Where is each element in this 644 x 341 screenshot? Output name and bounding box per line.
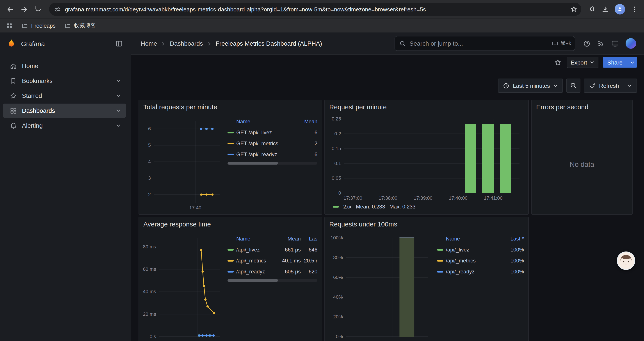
rss-icon [597, 40, 604, 47]
sidebar-item-bookmarks[interactable]: Bookmarks [3, 74, 126, 88]
downloads-button[interactable] [602, 6, 609, 13]
legend-table: Name Mean GET /api/_livez 6 GET /api/_me… [223, 115, 318, 212]
refresh-icon [589, 82, 596, 89]
series-name: 2xx [343, 204, 351, 210]
sidebar-item-starred[interactable]: Starred [3, 89, 126, 103]
chevron-down-icon[interactable] [116, 123, 121, 128]
chart-average-response-time[interactable]: 0 s20 ms40 ms60 ms80 ms17:40 [143, 232, 223, 341]
share-split-button: Share [603, 57, 637, 68]
legend-col-mean[interactable]: Mean [298, 119, 318, 125]
legend-col-mean[interactable]: Mean [278, 236, 301, 242]
panel-body: 0 s20 ms40 ms60 ms80 ms17:40 Name Mean L… [139, 232, 322, 341]
browser-menu-button[interactable] [631, 6, 638, 13]
assistant-avatar[interactable] [617, 251, 635, 270]
legend-scrollbar[interactable] [228, 279, 318, 282]
chevron-down-icon [554, 83, 558, 88]
search-input[interactable]: Search or jump to... ⌘+k [394, 36, 575, 51]
bookmarks-bar: Freeleaps 收藏博客 [0, 19, 644, 33]
reload-button[interactable] [32, 3, 45, 16]
url-bar[interactable]: grafana.mathmast.com/d/deytv4rwavabkb/fr… [49, 3, 581, 16]
svg-text:3: 3 [148, 175, 151, 181]
svg-text:17:37:00: 17:37:00 [344, 195, 362, 201]
arrow-right-icon [20, 6, 28, 13]
home-icon [10, 62, 17, 70]
brand-row: Grafana [0, 33, 131, 55]
share-menu-button[interactable] [627, 57, 637, 68]
svg-text:0.15: 0.15 [332, 146, 341, 151]
scrollbar-thumb[interactable] [228, 162, 278, 165]
bookmark-star-button[interactable] [569, 5, 579, 14]
legend-col-last[interactable]: Las [303, 236, 318, 242]
bookmark-folder-blogs[interactable]: 收藏博客 [64, 22, 96, 30]
legend-row[interactable]: GET /api/_readyz 6 [228, 149, 318, 160]
breadcrumb-home[interactable]: Home [141, 40, 157, 47]
share-button[interactable]: Share [603, 57, 627, 68]
panel-average-response-time: Average response time 0 s20 ms40 ms60 ms… [138, 217, 322, 341]
divider [623, 80, 624, 92]
forward-button[interactable] [18, 3, 31, 16]
legend-row[interactable]: /api/_livez 100% [437, 244, 524, 255]
avatar-face-icon [618, 252, 634, 269]
svg-text:0.2: 0.2 [334, 131, 341, 137]
panel-title[interactable]: Average response time [139, 217, 322, 232]
series-mean: 2 [298, 140, 318, 146]
apps-button[interactable] [6, 22, 13, 29]
chart-requests-under-100ms[interactable]: 0%20%40%60%80%100%17:40 [329, 232, 433, 341]
panel-title[interactable]: Total requests per minute [139, 100, 322, 115]
svg-text:17:40: 17:40 [387, 340, 399, 341]
help-button[interactable] [583, 40, 590, 47]
legend-scrollbar[interactable] [228, 162, 318, 165]
chevron-down-icon[interactable] [116, 93, 121, 98]
keyboard-icon [552, 40, 558, 47]
favorite-dashboard-button[interactable] [553, 58, 562, 67]
chart-total-requests[interactable]: 2345617:40 [143, 115, 223, 212]
breadcrumb-dashboards[interactable]: Dashboards [170, 40, 203, 47]
dashboards-grid-icon [10, 107, 17, 114]
panel-title[interactable]: Errors per second [532, 100, 632, 115]
bookmark-folder-freeleaps[interactable]: Freeleaps [22, 22, 56, 29]
legend-row[interactable]: /api/_readyz 605 µs 620 [228, 266, 318, 277]
search-icon [400, 40, 406, 47]
scrollbar-thumb[interactable] [228, 279, 278, 282]
chart-legend[interactable]: 2xx Mean: 0.233 Max: 0.233 [329, 202, 524, 212]
svg-text:17:41:00: 17:41:00 [484, 195, 502, 201]
export-button[interactable]: Export [566, 57, 598, 68]
sidebar-item-alerting[interactable]: Alerting [3, 119, 126, 133]
svg-text:4: 4 [148, 159, 151, 164]
back-button[interactable] [4, 3, 17, 16]
time-range-label: Last 5 minutes [513, 82, 550, 89]
chart-request-per-minute[interactable]: 00.050.10.150.20.2517:37:0017:38:0017:39… [329, 115, 524, 202]
chevron-down-icon[interactable] [116, 108, 121, 113]
browser-toolbar: grafana.mathmast.com/d/deytv4rwavabkb/fr… [0, 0, 644, 19]
legend-col-name[interactable]: Name [236, 119, 296, 125]
dock-menu-button[interactable] [114, 38, 124, 49]
sidebar-item-dashboards[interactable]: Dashboards [3, 104, 126, 118]
legend-col-name[interactable]: Name [446, 236, 502, 242]
time-range-picker[interactable]: Last 5 minutes [498, 79, 563, 93]
legend-row[interactable]: GET /api/_livez 6 [228, 127, 318, 138]
legend-col-last[interactable]: Last * [504, 236, 524, 242]
sidebar-item-home[interactable]: Home [3, 59, 126, 73]
refresh-interval-button[interactable] [627, 83, 632, 88]
news-button[interactable] [597, 40, 604, 47]
extensions-button[interactable] [588, 6, 596, 13]
legend-row[interactable]: /api/_metrics 100% [437, 255, 524, 266]
bookmark-icon [10, 77, 17, 85]
user-avatar[interactable] [626, 38, 636, 49]
chevron-down-icon[interactable] [116, 78, 121, 83]
svg-text:0.25: 0.25 [332, 116, 341, 122]
legend-row[interactable]: /api/_livez 661 µs 646 [228, 244, 318, 255]
panel-title[interactable]: Requests under 100ms [325, 217, 528, 232]
series-last: 100% [504, 246, 524, 253]
legend-row[interactable]: /api/_metrics 40.1 ms 20.5 r [228, 255, 318, 266]
refresh-button[interactable]: Refresh [589, 82, 619, 89]
zoom-out-button[interactable] [566, 79, 581, 93]
browser-profile-button[interactable] [615, 4, 625, 15]
tv-mode-button[interactable] [611, 40, 619, 47]
legend-row[interactable]: /api/_readyz 100% [437, 266, 524, 277]
svg-text:80%: 80% [333, 255, 343, 260]
svg-text:2: 2 [148, 192, 151, 197]
panel-title[interactable]: Request per minute [325, 100, 528, 115]
legend-row[interactable]: GET /api/_metrics 2 [228, 138, 318, 149]
legend-col-name[interactable]: Name [236, 236, 275, 242]
